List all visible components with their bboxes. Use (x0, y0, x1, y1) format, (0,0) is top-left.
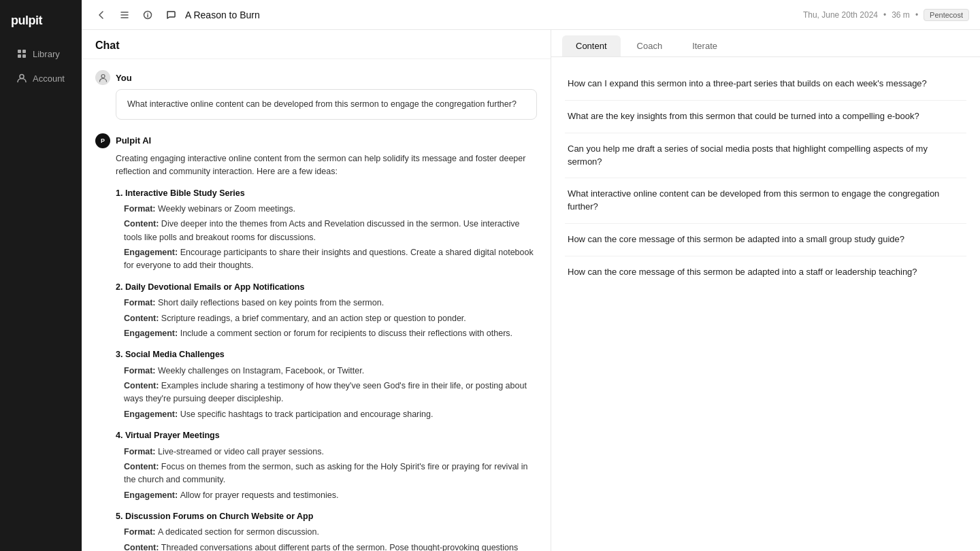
sidebar-library-label: Library (33, 49, 60, 59)
sidebar: pulpit Library Account (0, 0, 82, 551)
user-sender-row: You (95, 70, 537, 85)
meta-separator: • (883, 10, 886, 20)
right-tabs: Content Coach Iterate (551, 30, 980, 57)
ai-message-content: Creating engaging interactive online con… (116, 152, 537, 551)
topbar-meta: Thu, June 20th 2024 • 36 m • Pentecost (803, 9, 969, 21)
ai-item-4: 4. Virtual Prayer Meetings Format: Live-… (116, 429, 537, 502)
ai-message-block: P Pulpit AI Creating engaging interactiv… (95, 133, 537, 551)
app-logo: pulpit (0, 11, 82, 41)
ai-item-3: 3. Social Media Challenges Format: Weekl… (116, 348, 537, 421)
ai-sender-name: Pulpit AI (116, 135, 151, 146)
svg-rect-3 (22, 54, 26, 58)
sidebar-item-account[interactable]: Account (5, 67, 76, 89)
user-message-text: What interactive online content can be d… (116, 89, 537, 120)
topbar: A Reason to Burn Thu, June 20th 2024 • 3… (82, 0, 980, 30)
suggestion-4[interactable]: What interactive online content can be d… (565, 178, 966, 224)
info-button[interactable] (139, 6, 157, 24)
ai-avatar: P (95, 133, 110, 148)
svg-point-4 (20, 75, 24, 79)
sidebar-item-library[interactable]: Library (5, 43, 76, 65)
suggestion-6[interactable]: How can the core message of this sermon … (565, 256, 966, 288)
suggestion-2[interactable]: What are the key insights from this serm… (565, 101, 966, 133)
chat-header: Chat (82, 30, 551, 59)
meta-badge: Pentecost (924, 9, 969, 21)
tab-coach[interactable]: Coach (623, 35, 676, 56)
meta-date: Thu, June 20th 2024 (803, 10, 878, 20)
suggestion-1[interactable]: How can I expand this sermon into a thre… (565, 68, 966, 101)
account-icon (16, 73, 27, 84)
meta-duration: 36 m (892, 10, 910, 20)
list-button[interactable] (116, 6, 133, 24)
ai-item-2: 2. Daily Devotional Emails or App Notifi… (116, 281, 537, 341)
main-content: A Reason to Burn Thu, June 20th 2024 • 3… (82, 0, 980, 551)
back-button[interactable] (93, 6, 110, 24)
document-title: A Reason to Burn (185, 10, 798, 20)
chat-panel: Chat You What interactive o (82, 30, 551, 551)
ai-sender-row: P Pulpit AI (95, 133, 537, 148)
svg-rect-0 (18, 50, 21, 53)
right-suggestions: How can I expand this sermon into a thre… (551, 57, 980, 551)
library-icon (16, 48, 27, 59)
sidebar-account-label: Account (33, 73, 65, 84)
svg-rect-1 (22, 50, 26, 53)
suggestion-3[interactable]: Can you help me draft a series of social… (565, 133, 966, 179)
tab-content[interactable]: Content (562, 35, 621, 56)
svg-point-11 (101, 74, 105, 78)
user-avatar (95, 70, 110, 85)
ai-item-5: 5. Discussion Forums on Church Website o… (116, 510, 537, 551)
chat-messages[interactable]: You What interactive online content can … (82, 59, 551, 551)
ai-item-1: 1. Interactive Bible Study Series Format… (116, 187, 537, 273)
right-panel: Content Coach Iterate How can I expand t… (551, 30, 980, 551)
suggestion-5[interactable]: How can the core message of this sermon … (565, 224, 966, 256)
svg-point-9 (147, 12, 148, 14)
user-sender-name: You (116, 73, 132, 83)
content-area: Chat You What interactive o (82, 30, 980, 551)
ai-intro: Creating engaging interactive online con… (116, 152, 537, 179)
svg-rect-2 (18, 54, 21, 58)
meta-separator2: • (915, 10, 918, 20)
tab-iterate[interactable]: Iterate (679, 35, 731, 56)
user-message-block: You What interactive online content can … (95, 70, 537, 120)
chat-button[interactable] (162, 6, 180, 24)
